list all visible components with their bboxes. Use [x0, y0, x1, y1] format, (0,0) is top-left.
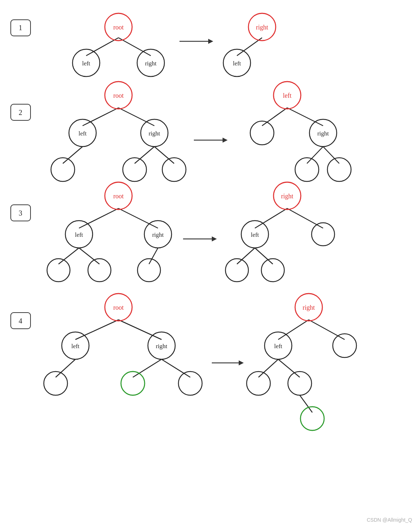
case2-before-left: left: [79, 130, 87, 137]
case1-after-left: left: [233, 60, 241, 67]
case2-after-right: right: [317, 130, 329, 137]
svg-point-66: [121, 372, 145, 395]
case1-before-left: left: [82, 60, 90, 67]
svg-point-45: [137, 259, 160, 282]
svg-line-65: [133, 359, 162, 377]
svg-line-58: [75, 320, 118, 340]
svg-line-48: [255, 208, 287, 228]
svg-line-62: [56, 359, 75, 377]
svg-line-59: [118, 320, 162, 340]
svg-line-71: [278, 320, 309, 340]
svg-point-28: [250, 121, 274, 145]
svg-line-13: [118, 108, 154, 126]
case2-after-left: left: [283, 92, 291, 99]
svg-marker-7: [208, 39, 213, 44]
svg-point-78: [288, 372, 312, 395]
case3-after-left: left: [251, 231, 259, 238]
svg-point-31: [295, 158, 319, 181]
svg-marker-24: [223, 138, 228, 143]
svg-point-40: [47, 259, 70, 282]
case1-number: 1: [19, 24, 22, 32]
case4-number: 4: [19, 317, 22, 325]
page: 1 root left right right left 2 root left…: [0, 0, 420, 526]
case4-before-root: root: [113, 304, 124, 311]
svg-point-55: [261, 259, 284, 282]
svg-line-77: [278, 359, 300, 377]
svg-point-22: [162, 158, 186, 181]
svg-point-17: [51, 158, 75, 181]
svg-line-52: [237, 248, 255, 264]
svg-point-63: [44, 372, 67, 395]
svg-line-26: [287, 108, 323, 126]
svg-marker-47: [212, 236, 217, 241]
svg-marker-70: [239, 360, 244, 365]
svg-line-12: [83, 108, 118, 126]
svg-line-25: [262, 108, 287, 126]
case2-before-right: right: [149, 130, 160, 137]
svg-line-49: [287, 208, 323, 228]
case2-before-root: root: [113, 92, 124, 99]
case3-after-right: right: [281, 193, 293, 200]
svg-line-41: [79, 248, 99, 264]
svg-line-2: [118, 38, 151, 56]
case3-before-root: root: [113, 193, 124, 200]
case4-before-right: right: [156, 343, 167, 350]
case3-number: 3: [19, 209, 22, 217]
case2-number: 2: [19, 109, 22, 116]
svg-point-42: [88, 259, 111, 282]
svg-point-80: [300, 407, 324, 430]
case4-before-left: left: [71, 343, 80, 350]
svg-point-53: [225, 259, 248, 282]
svg-line-39: [59, 248, 79, 264]
case1-before-right: right: [145, 60, 157, 67]
svg-line-75: [258, 359, 278, 377]
svg-point-33: [327, 158, 351, 181]
case3-before-right: right: [152, 231, 164, 238]
svg-line-19: [135, 147, 154, 163]
case4-after-left: left: [274, 343, 283, 350]
svg-line-16: [63, 147, 83, 163]
svg-line-72: [309, 320, 345, 340]
watermark-text: CSDN @Allmight_Q: [367, 517, 412, 523]
svg-point-20: [123, 158, 146, 181]
svg-line-35: [79, 208, 118, 228]
svg-line-54: [255, 248, 273, 264]
svg-point-56: [312, 223, 335, 246]
svg-point-76: [247, 372, 270, 395]
svg-line-21: [154, 147, 174, 163]
case1-before-root: root: [113, 24, 124, 31]
svg-point-81: [333, 334, 356, 357]
svg-line-67: [162, 359, 190, 377]
case3-before-left: left: [75, 231, 83, 238]
case1-after-right: right: [256, 24, 268, 31]
svg-point-68: [178, 372, 202, 395]
svg-line-1: [86, 38, 118, 56]
case4-after-right: right: [303, 304, 315, 311]
svg-line-79: [300, 395, 312, 412]
svg-line-36: [118, 208, 158, 228]
